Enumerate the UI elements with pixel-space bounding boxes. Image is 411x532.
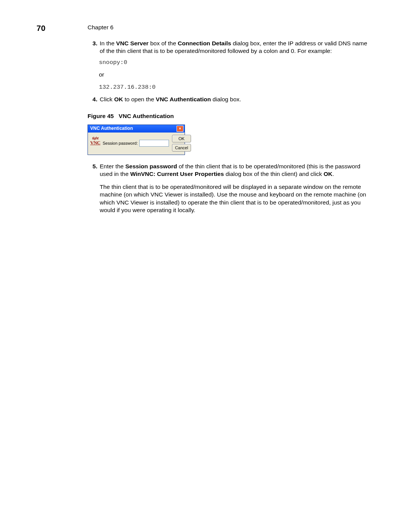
dialog-title: VNC Authentication — [90, 126, 133, 132]
document-page: 70 Chapter 6 3. In the VNC Server box of… — [0, 0, 411, 532]
logo-text-bottom: VNC — [90, 140, 100, 145]
dialog-titlebar[interactable]: VNC Authentication × — [88, 125, 185, 133]
step-body: Click OK to open the VNC Authentication … — [98, 96, 369, 103]
code-example: 132.237.16.238:0 — [99, 83, 369, 91]
example-block: snoopy:0 or 132.237.16.238:0 — [99, 59, 369, 91]
page-content: 3. In the VNC Server box of the Connecti… — [88, 22, 369, 214]
paragraph: The thin client that is to be operated/m… — [100, 183, 369, 214]
session-password-label: Session password: — [103, 141, 138, 146]
vnc-auth-dialog: VNC Authentication × tight VNC Session p… — [88, 125, 185, 155]
cancel-button[interactable]: Cancel — [172, 144, 191, 152]
step-number: 5. — [88, 163, 98, 214]
chapter-heading: Chapter 6 — [88, 24, 113, 31]
step-body: In the VNC Server box of the Connection … — [98, 40, 369, 55]
dialog-buttons: OK Cancel — [172, 135, 191, 152]
page-number: 70 — [37, 23, 45, 33]
code-example: snoopy:0 — [99, 59, 369, 66]
text: dialog box. — [211, 96, 241, 102]
text: Enter the — [100, 163, 125, 169]
step-number: 3. — [88, 40, 98, 55]
bold-text: OK — [114, 96, 123, 102]
text: Click — [100, 96, 114, 102]
bold-text: Connection Details — [178, 40, 231, 46]
close-icon[interactable]: × — [177, 126, 183, 132]
step-3: 3. In the VNC Server box of the Connecti… — [88, 40, 369, 55]
text: . — [333, 171, 334, 177]
figure-caption: Figure 45 VNC Authentication — [88, 112, 369, 120]
step-number: 4. — [88, 96, 98, 103]
step-5: 5. Enter the Session password of the thi… — [88, 163, 369, 214]
ok-button[interactable]: OK — [172, 135, 191, 142]
bold-text: Session password — [125, 163, 177, 169]
bold-text: VNC Authentication — [156, 96, 211, 102]
text: to open the — [123, 96, 156, 102]
bold-text: OK — [323, 171, 332, 177]
text: In the — [100, 40, 116, 46]
bold-text: VNC Server — [116, 40, 148, 46]
text: box of the — [148, 40, 178, 46]
bold-text: WinVNC: Current User Properties — [130, 171, 224, 177]
step-body: Enter the Session password of the thin c… — [98, 163, 369, 214]
text: dialog box of the thin client) and click — [224, 171, 323, 177]
dialog-form: Session password: OK Cancel — [103, 135, 191, 152]
text: or — [99, 71, 369, 78]
step-4: 4. Click OK to open the VNC Authenticati… — [88, 96, 369, 103]
dialog-body: tight VNC Session password: OK Cancel — [88, 133, 185, 155]
tightvnc-logo-icon: tight VNC — [90, 135, 100, 147]
figure-title: VNC Authentication — [119, 113, 174, 119]
session-password-input[interactable] — [139, 140, 169, 147]
figure-label: Figure 45 — [88, 113, 114, 119]
